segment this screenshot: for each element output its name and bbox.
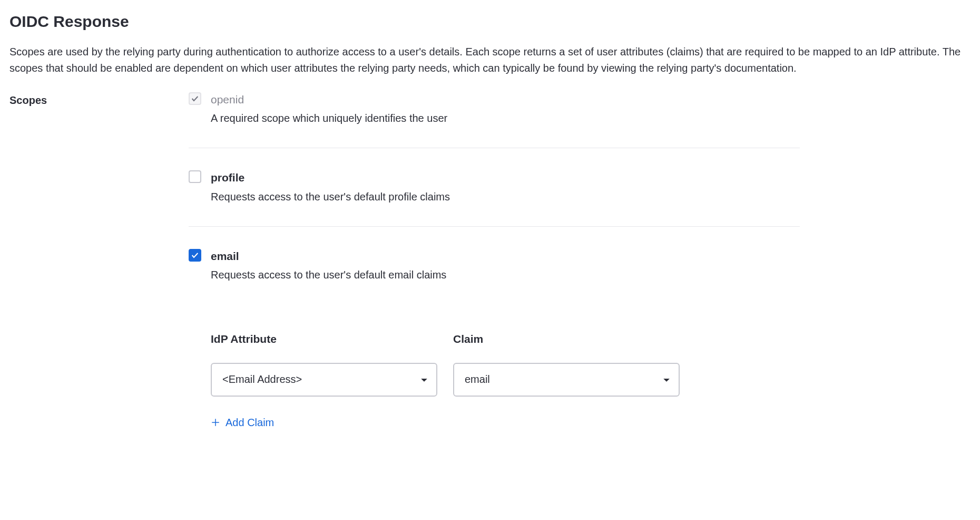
idp-attribute-value: <Email Address> <box>222 371 302 388</box>
scope-name-openid: openid <box>211 91 800 109</box>
claim-header: Claim <box>453 331 680 348</box>
checkbox-profile[interactable] <box>189 170 201 183</box>
scopes-label: Scopes <box>9 91 189 109</box>
section-description: Scopes are used by the relying party dur… <box>9 44 971 76</box>
scope-name-email: email <box>211 248 800 265</box>
checkbox-email[interactable] <box>189 249 201 262</box>
scope-item-profile: profile Requests access to the user's de… <box>189 169 800 227</box>
check-icon <box>191 251 199 259</box>
check-icon <box>191 172 199 181</box>
scope-desc-profile: Requests access to the user's default pr… <box>211 191 450 203</box>
idp-attribute-select[interactable]: <Email Address> <box>211 363 437 397</box>
claim-select[interactable]: email <box>453 363 680 397</box>
section-title: OIDC Response <box>9 9 971 34</box>
claims-section: IdP Attribute Claim <Email Address> <box>211 331 800 432</box>
scope-item-openid: openid A required scope which uniquely i… <box>189 91 800 149</box>
scope-item-email: email Requests access to the user's defa… <box>189 248 800 432</box>
claims-row: <Email Address> email <box>211 363 800 397</box>
scope-desc-openid: A required scope which uniquely identifi… <box>211 112 447 124</box>
scope-name-profile: profile <box>211 169 800 187</box>
scope-desc-email: Requests access to the user's default em… <box>211 269 446 281</box>
plus-icon <box>211 418 220 427</box>
claim-value: email <box>465 371 490 388</box>
idp-attribute-header: IdP Attribute <box>211 331 437 348</box>
checkbox-openid <box>189 92 201 105</box>
check-icon <box>191 94 199 103</box>
add-claim-button[interactable]: Add Claim <box>211 415 274 431</box>
add-claim-label: Add Claim <box>226 415 274 431</box>
